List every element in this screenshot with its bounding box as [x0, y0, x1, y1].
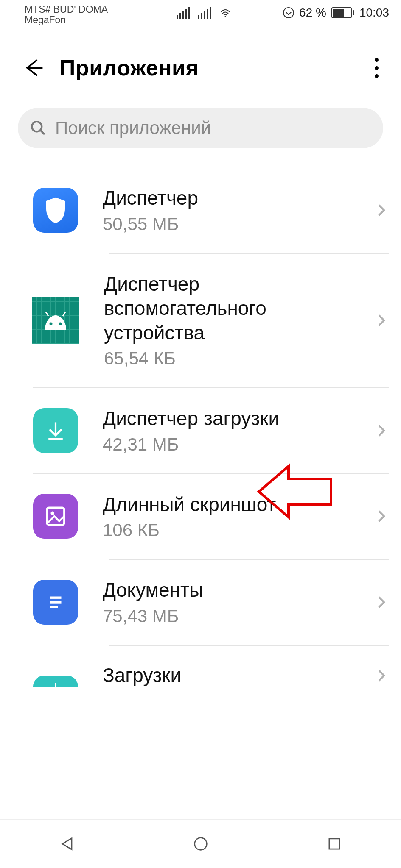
wifi-icon — [219, 8, 232, 19]
app-icon-downloads — [33, 676, 78, 687]
app-icon-download — [33, 408, 78, 453]
app-row-downloads[interactable]: Загрузки — [33, 645, 389, 687]
app-icon-shield — [33, 188, 78, 233]
back-button[interactable] — [18, 53, 48, 83]
svg-point-3 — [50, 322, 53, 325]
chevron-right-icon — [374, 313, 389, 328]
app-list: Диспетчер 50,55 МБ Диспетчер в — [0, 167, 401, 687]
shield-icon — [44, 196, 67, 224]
chevron-right-icon — [374, 203, 389, 218]
carrier-line-2: MegaFon — [25, 15, 108, 25]
overflow-menu-button[interactable] — [364, 53, 389, 83]
app-size: 75,43 МБ — [103, 606, 365, 626]
app-size: 50,55 МБ — [103, 214, 365, 234]
app-name: Документы — [103, 578, 365, 603]
circle-home-icon — [191, 835, 210, 853]
status-bar: MTS# BUD' DOMA MegaFon 62 % 10:03 — [0, 0, 401, 30]
app-header: Приложения — [0, 30, 401, 93]
svg-point-0 — [224, 16, 226, 17]
search-icon — [30, 120, 47, 136]
battery-percent: 62 % — [299, 6, 326, 19]
svg-rect-17 — [329, 839, 339, 849]
svg-line-6 — [63, 312, 65, 316]
signal-icon — [198, 7, 211, 19]
app-row-long-screenshot[interactable]: Длинный скриншот 106 КБ — [33, 473, 389, 559]
signal-icon — [177, 7, 190, 19]
battery-icon — [331, 7, 354, 18]
download-icon — [44, 419, 67, 442]
app-icon-documents — [33, 580, 78, 625]
app-name: Загрузки — [103, 663, 365, 687]
svg-line-5 — [46, 312, 48, 316]
chevron-right-icon — [374, 509, 389, 524]
chevron-right-icon — [374, 595, 389, 610]
app-row-documents[interactable]: Документы 75,43 МБ — [33, 559, 389, 645]
chevron-right-icon — [374, 423, 389, 438]
document-lines-icon — [44, 591, 67, 614]
nav-back-button[interactable] — [54, 831, 80, 857]
square-recents-icon — [325, 835, 344, 853]
nav-recents-button[interactable] — [322, 831, 347, 857]
app-name: Диспетчер — [103, 186, 365, 211]
app-size: 65,54 КБ — [104, 348, 365, 369]
navigation-bar — [0, 819, 401, 868]
status-right: 62 % 10:03 — [283, 4, 389, 19]
chevron-right-icon — [374, 668, 389, 683]
svg-marker-15 — [62, 838, 72, 849]
carrier-info: MTS# BUD' DOMA MegaFon — [25, 4, 108, 26]
svg-point-4 — [59, 322, 62, 325]
search-bar[interactable] — [18, 108, 383, 148]
signal-indicators — [177, 7, 232, 19]
app-name: Диспетчер вспомогательного устройства — [104, 272, 365, 345]
search-input[interactable] — [55, 118, 371, 138]
page-title: Приложения — [59, 55, 364, 81]
app-size: 106 КБ — [103, 520, 365, 540]
triangle-back-icon — [58, 835, 76, 853]
app-row-companion-dispatcher[interactable]: Диспетчер вспомогательного устройства 65… — [33, 253, 389, 388]
app-icon-android-grid — [32, 297, 79, 344]
svg-line-2 — [40, 130, 45, 134]
image-icon — [43, 504, 68, 529]
android-icon — [41, 311, 70, 330]
app-size: 42,31 МБ — [103, 434, 365, 455]
app-row-dispatcher[interactable]: Диспетчер 50,55 МБ — [33, 167, 389, 253]
svg-point-1 — [32, 122, 42, 131]
clock: 10:03 — [359, 6, 389, 19]
download-icon — [47, 682, 64, 687]
carrier-line-1: MTS# BUD' DOMA — [25, 4, 108, 15]
svg-point-10 — [50, 512, 54, 515]
arrow-left-icon — [22, 57, 44, 79]
app-name: Длинный скриншот — [103, 492, 365, 517]
app-name: Диспетчер загрузки — [103, 406, 365, 431]
app-row-download-manager[interactable]: Диспетчер загрузки 42,31 МБ — [33, 387, 389, 473]
svg-point-16 — [194, 838, 207, 850]
nav-home-button[interactable] — [188, 831, 213, 857]
app-icon-screenshot — [33, 494, 78, 539]
data-saver-icon — [283, 7, 294, 18]
